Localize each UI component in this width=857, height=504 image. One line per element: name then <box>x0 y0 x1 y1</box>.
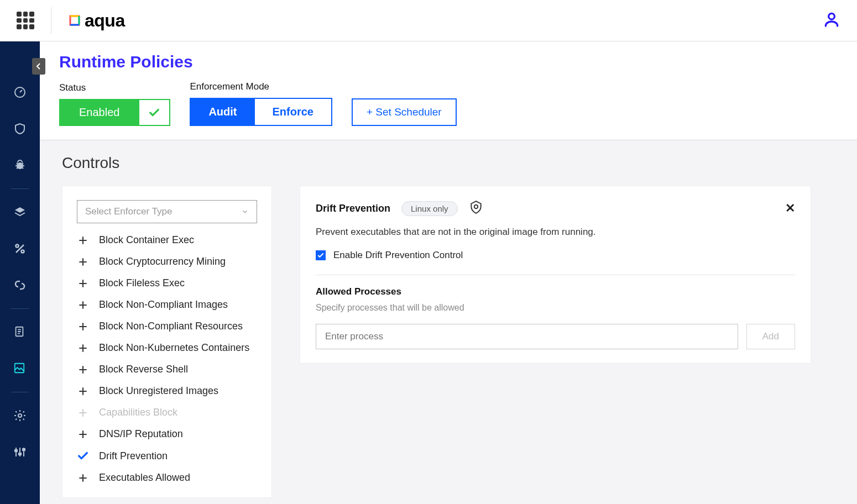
plus-icon <box>77 364 89 375</box>
status-label: Status <box>59 82 170 93</box>
mode-enforce-button[interactable]: Enforce <box>255 99 331 125</box>
control-item-label: Drift Prevention <box>99 450 168 462</box>
plus-icon <box>77 278 89 289</box>
svg-point-11 <box>474 205 478 209</box>
allowed-processes-title: Allowed Processes <box>316 286 795 297</box>
plus-icon <box>77 321 89 332</box>
control-item[interactable]: Block Non-Compliant Images <box>77 299 257 311</box>
detail-divider <box>316 275 795 275</box>
app-header: aqua <box>0 0 857 41</box>
apps-grid-icon[interactable] <box>17 12 34 29</box>
status-check-icon <box>139 99 170 125</box>
sidebar-nav <box>0 41 40 504</box>
allowed-processes-desc: Specify processes that will be allowed <box>316 303 795 313</box>
plus-icon <box>77 235 89 246</box>
brand-name: aqua <box>85 11 125 31</box>
nav-link-icon[interactable] <box>13 279 27 292</box>
sidebar-divider <box>11 392 29 392</box>
controls-panel: Select Enforcer Type Block Container Exe… <box>62 186 272 498</box>
svg-rect-8 <box>15 450 17 452</box>
page-title: Runtime Policies <box>59 53 838 71</box>
control-item-label: DNS/IP Reputation <box>99 428 183 440</box>
nav-settings-icon[interactable] <box>13 409 27 422</box>
svg-rect-10 <box>23 449 25 450</box>
check-icon <box>77 450 89 462</box>
control-item-label: Block Non-Kubernetes Containers <box>99 342 249 354</box>
enable-drift-checkbox[interactable] <box>316 250 326 260</box>
add-process-button[interactable]: Add <box>746 324 795 349</box>
status-toggle[interactable]: Enabled <box>59 99 170 126</box>
nav-file-icon[interactable] <box>13 326 27 339</box>
nav-shield-icon[interactable] <box>13 122 27 135</box>
control-item-label: Block Unregistered Images <box>99 385 218 397</box>
process-input[interactable] <box>316 324 738 349</box>
mode-audit-button[interactable]: Audit <box>191 99 254 125</box>
control-item[interactable]: Drift Prevention <box>77 450 257 462</box>
svg-point-4 <box>22 250 24 253</box>
control-item[interactable]: Executables Allowed <box>77 472 257 484</box>
enforcer-shield-icon <box>469 200 483 217</box>
nav-sliders-icon[interactable] <box>13 445 27 459</box>
nav-dashboard-icon[interactable] <box>13 86 27 99</box>
sidebar-divider <box>11 308 29 309</box>
close-detail-button[interactable]: ✕ <box>785 201 795 216</box>
control-item-label: Executables Allowed <box>99 472 190 484</box>
control-item[interactable]: Capabilities Block <box>77 407 257 418</box>
control-item-label: Capabilities Block <box>99 407 177 418</box>
chevron-down-icon <box>241 208 249 216</box>
control-detail-panel: Drift Prevention Linux only ✕ Prevent ex… <box>300 186 811 364</box>
control-item[interactable]: DNS/IP Reputation <box>77 428 257 440</box>
svg-point-3 <box>16 245 19 248</box>
user-profile-icon[interactable] <box>823 11 840 30</box>
control-item[interactable]: Block Unregistered Images <box>77 385 257 397</box>
detail-title: Drift Prevention <box>316 203 390 214</box>
sidebar-divider <box>11 188 29 189</box>
control-item[interactable]: Block Non-Kubernetes Containers <box>77 342 257 354</box>
plus-icon <box>77 407 89 418</box>
enforcement-label: Enforcement Mode <box>190 81 332 92</box>
plus-icon <box>77 256 89 267</box>
status-value: Enabled <box>60 99 139 125</box>
control-list: Block Container ExecBlock Cryptocurrency… <box>72 234 262 484</box>
header-left: aqua <box>17 7 125 34</box>
nav-percent-icon[interactable] <box>13 242 27 255</box>
control-item[interactable]: Block Non-Compliant Resources <box>77 321 257 332</box>
header-divider <box>51 7 51 34</box>
enforcer-type-select[interactable]: Select Enforcer Type <box>77 200 257 223</box>
enforcer-placeholder: Select Enforcer Type <box>85 206 173 217</box>
control-item-label: Block Cryptocurrency Mining <box>99 256 226 267</box>
control-item-label: Block Non-Compliant Resources <box>99 321 243 332</box>
brand-logo[interactable]: aqua <box>68 11 125 31</box>
plus-icon <box>77 343 89 354</box>
svg-point-0 <box>829 13 835 19</box>
control-item[interactable]: Block Reverse Shell <box>77 364 257 375</box>
controls-section-title: Controls <box>62 154 835 172</box>
control-item-label: Block Reverse Shell <box>99 364 188 375</box>
control-item-label: Block Fileless Exec <box>99 277 185 289</box>
page-header: Runtime Policies Status Enabled Enforcem… <box>40 41 857 140</box>
plus-icon <box>77 429 89 440</box>
os-badge: Linux only <box>401 201 458 216</box>
plus-icon <box>77 473 89 484</box>
control-item[interactable]: Block Fileless Exec <box>77 277 257 289</box>
detail-description: Prevent executables that are not in the … <box>316 227 795 238</box>
sidebar-collapse-button[interactable] <box>32 58 45 75</box>
content-area: Controls Select Enforcer Type Block Cont… <box>40 140 857 504</box>
nav-bug-icon[interactable] <box>13 159 27 172</box>
aqua-logo-icon <box>68 14 81 27</box>
enforcement-mode-toggle: Audit Enforce <box>190 98 332 126</box>
svg-rect-9 <box>19 453 21 455</box>
control-item-label: Block Non-Compliant Images <box>99 299 228 311</box>
control-item[interactable]: Block Cryptocurrency Mining <box>77 256 257 267</box>
nav-images-icon[interactable] <box>13 362 27 375</box>
control-item[interactable]: Block Container Exec <box>77 234 257 246</box>
main-content: Runtime Policies Status Enabled Enforcem… <box>40 41 857 504</box>
nav-layers-icon[interactable] <box>13 206 27 219</box>
svg-point-7 <box>18 414 22 417</box>
set-scheduler-button[interactable]: + Set Scheduler <box>352 98 457 126</box>
plus-icon <box>77 300 89 311</box>
enable-drift-label: Enable Drift Prevention Control <box>333 250 463 261</box>
control-item-label: Block Container Exec <box>99 234 194 246</box>
plus-icon <box>77 386 89 397</box>
